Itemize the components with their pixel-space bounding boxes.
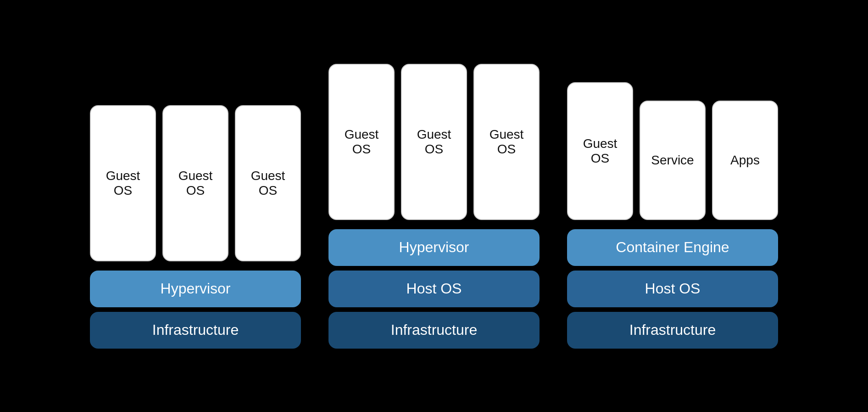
apps-box: Apps [712, 101, 778, 220]
infrastructure-layer-3: Infrastructure [567, 312, 778, 349]
service-box: Service [640, 101, 706, 220]
guest-os-3-1: GuestOS [567, 82, 633, 220]
host-os-layer-2: Host OS [328, 271, 540, 307]
container-engine-layer: Container Engine [567, 229, 778, 266]
column-3: GuestOS Service Apps Container Engine Ho… [567, 82, 778, 349]
column-1: GuestOS GuestOS GuestOS Hypervisor Infra… [90, 105, 301, 349]
diagram: GuestOS GuestOS GuestOS Hypervisor Infra… [53, 36, 815, 376]
column-2: GuestOS GuestOS GuestOS Hypervisor Host … [328, 64, 540, 349]
infrastructure-layer-2: Infrastructure [328, 312, 540, 349]
infrastructure-layer-1: Infrastructure [90, 312, 301, 349]
hypervisor-layer-1: Hypervisor [90, 271, 301, 307]
guest-os-1-3: GuestOS [235, 105, 301, 261]
guest-os-2-1: GuestOS [328, 64, 395, 220]
vm-row-3: GuestOS Service Apps [567, 82, 778, 220]
guest-os-1-1: GuestOS [90, 105, 156, 261]
host-os-layer-3: Host OS [567, 271, 778, 307]
guest-os-1-2: GuestOS [162, 105, 228, 261]
vm-row-1: GuestOS GuestOS GuestOS [90, 105, 301, 261]
guest-os-2-3: GuestOS [473, 64, 540, 220]
vm-row-2: GuestOS GuestOS GuestOS [328, 64, 540, 220]
guest-os-2-2: GuestOS [401, 64, 467, 220]
hypervisor-layer-2: Hypervisor [328, 229, 540, 266]
